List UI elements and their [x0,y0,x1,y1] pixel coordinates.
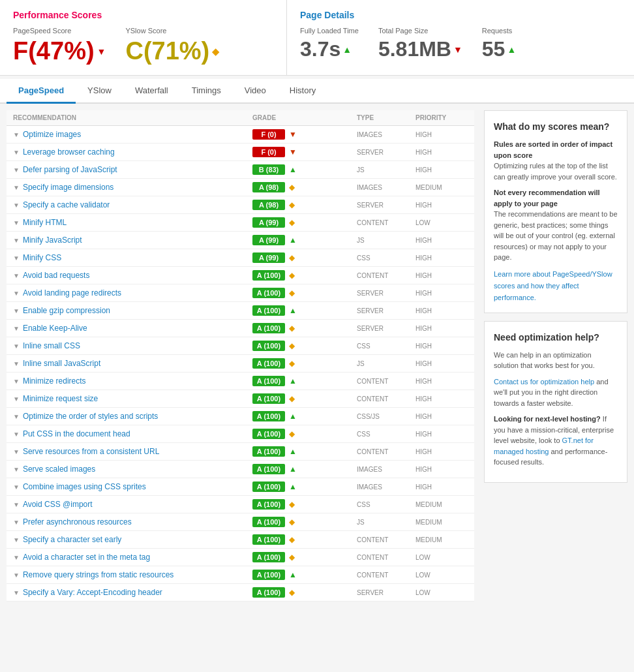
recommendation-name[interactable]: ▼ Enable gzip compression [13,306,252,315]
grade-icon: ▲ [289,236,297,245]
recommendation-name[interactable]: ▼ Leverage browser caching [13,147,252,157]
toggle-arrow-icon: ▼ [13,395,20,403]
recommendation-name[interactable]: ▼ Minimize request size [13,394,252,403]
help-title: Need optimization help? [494,331,618,344]
recommendation-name[interactable]: ▼ Inline small CSS [13,341,252,350]
recommendation-name[interactable]: ▼ Remove query strings from static resou… [13,570,252,579]
tab-history[interactable]: History [278,79,327,104]
type-text: IMAGES [357,184,415,191]
table-row: ▼ Specify a cache validator A (98) ◆ SER… [7,196,474,214]
recommendation-name[interactable]: ▼ Combine images using CSS sprites [13,482,252,491]
recommendation-name[interactable]: ▼ Avoid a character set in the meta tag [13,553,252,562]
toggle-arrow-icon: ▼ [13,589,20,596]
contact-link[interactable]: Contact us for optimization help [494,378,594,386]
grade-bar: A (100) ◆ [252,587,357,598]
recommendation-name[interactable]: ▼ Avoid CSS @import [13,500,252,509]
tab-timings[interactable]: Timings [180,79,233,104]
loaded-time-label: Fully Loaded Time [300,27,359,35]
priority-text: LOW [415,589,468,596]
recommendation-label: Serve scaled images [23,465,95,474]
priority-text: MEDIUM [415,519,468,526]
recommendation-name[interactable]: ▼ Optimize the order of styles and scrip… [13,412,252,421]
recommendation-name[interactable]: ▼ Serve scaled images [13,465,252,474]
recommendations-table: RECOMMENDATION GRADE TYPE PRIORITY ▼ Opt… [7,110,474,602]
recommendation-name[interactable]: ▼ Inline small JavaScript [13,359,252,368]
table-body: ▼ Optimize images F (0) ▼ IMAGES HIGH ▼ … [7,126,474,602]
grade-icon: ◆ [289,253,295,262]
grade-label: A (100) [252,393,285,404]
table-row: ▼ Defer parsing of JavaScript B (83) ▲ J… [7,161,474,179]
recommendation-name[interactable]: ▼ Minify HTML [13,218,252,227]
grade-label: A (100) [252,534,285,545]
priority-text: HIGH [415,448,468,455]
recommendation-label: Prefer asynchronous resources [23,517,132,527]
recommendation-label: Inline small CSS [23,341,80,350]
grade-bar: F (0) ▼ [252,147,357,157]
recommendation-name[interactable]: ▼ Defer parsing of JavaScript [13,165,252,174]
grade-icon: ◆ [289,324,295,333]
help-bold3: Looking for next-level hosting? [494,415,601,423]
grade-icon: ◆ [289,500,295,509]
tab-pagespeed[interactable]: PageSpeed [7,79,76,104]
recommendation-name[interactable]: ▼ Minify JavaScript [13,236,252,245]
recommendation-name[interactable]: ▼ Optimize images [13,130,252,139]
scores-meaning-p1: Rules are sorted in order of impact upon… [494,139,618,182]
grade-icon: ◆ [289,517,295,527]
grade-icon: ◆ [289,553,295,562]
recommendation-name[interactable]: ▼ Prefer asynchronous resources [13,517,252,527]
priority-text: HIGH [415,325,468,332]
table-row: ▼ Enable Keep-Alive A (100) ◆ SERVER HIG… [7,320,474,337]
recommendation-label: Minify HTML [23,218,67,227]
table-row: ▼ Optimize the order of styles and scrip… [7,408,474,425]
priority-text: MEDIUM [415,184,468,191]
recommendation-name[interactable]: ▼ Minimize redirects [13,376,252,386]
yslow-score-block: YSlow Score C(71%) ◆ [125,27,219,65]
tab-waterfall[interactable]: Waterfall [123,79,180,104]
toggle-arrow-icon: ▼ [13,466,20,473]
toggle-arrow-icon: ▼ [13,254,20,262]
col-grade: GRADE [252,114,357,121]
type-text: CSS/JS [357,413,415,420]
recommendation-name[interactable]: ▼ Put CSS in the document head [13,429,252,438]
recommendation-name[interactable]: ▼ Avoid bad requests [13,271,252,280]
recommendation-name[interactable]: ▼ Serve resources from a consistent URL [13,447,252,456]
grade-label: A (100) [252,270,285,281]
toggle-arrow-icon: ▼ [13,237,20,244]
grade-icon: ◆ [289,271,295,280]
table-row: ▼ Avoid bad requests A (100) ◆ CONTENT H… [7,267,474,284]
tab-yslow[interactable]: YSlow [76,79,123,104]
table-row: ▼ Minimize request size A (100) ◆ CONTEN… [7,390,474,408]
type-text: CONTENT [357,448,415,455]
recommendation-name[interactable]: ▼ Enable Keep-Alive [13,324,252,333]
grade-bar: A (100) ▲ [252,411,357,421]
table-header-row: RECOMMENDATION GRADE TYPE PRIORITY [7,110,474,126]
priority-text: HIGH [415,413,468,420]
toggle-arrow-icon: ▼ [13,184,20,191]
priority-text: HIGH [415,395,468,403]
grade-bar: A (100) ◆ [252,270,357,281]
table-row: ▼ Serve resources from a consistent URL … [7,443,474,461]
scores-meaning-box: What do my scores mean? Rules are sorted… [484,110,627,313]
recommendation-name[interactable]: ▼ Specify a cache validator [13,200,252,209]
recommendation-name[interactable]: ▼ Specify image dimensions [13,183,252,192]
recommendation-name[interactable]: ▼ Specify a Vary: Accept-Encoding header [13,588,252,597]
tabs-bar: PageSpeed YSlow Waterfall Timings Video … [0,79,634,104]
grade-icon: ◆ [289,288,295,298]
type-text: CSS [357,501,415,508]
grade-bar: A (100) ◆ [252,393,357,404]
recommendation-label: Avoid landing page redirects [23,288,121,298]
grade-icon: ◆ [289,359,295,368]
requests-block: Requests 55 ▲ [482,27,516,61]
grade-icon: ◆ [289,183,295,192]
grade-label: A (100) [252,587,285,598]
recommendation-name[interactable]: ▼ Avoid landing page redirects [13,288,252,298]
main-content: RECOMMENDATION GRADE TYPE PRIORITY ▼ Opt… [0,104,634,608]
grade-icon: ▲ [289,482,297,491]
help-p1: We can help in an optimization solution … [494,350,618,371]
scores-learn-more-link[interactable]: Learn more about PageSpeed/YSlow scores … [494,270,612,301]
recommendation-name[interactable]: ▼ Specify a character set early [13,535,252,544]
recommendation-name[interactable]: ▼ Minify CSS [13,253,252,262]
table-row: ▼ Minify CSS A (99) ◆ CSS HIGH [7,249,474,267]
tab-video[interactable]: Video [233,79,278,104]
grade-label: A (100) [252,570,285,580]
